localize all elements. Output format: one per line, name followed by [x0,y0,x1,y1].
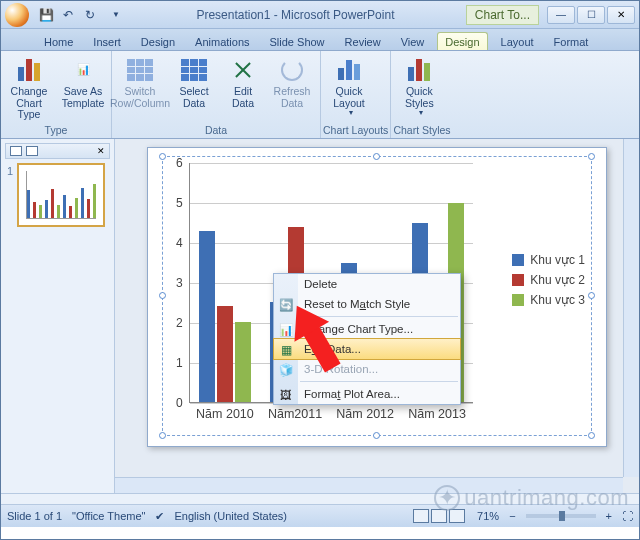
y-tick-label: 3 [176,276,183,290]
zoom-in-button[interactable]: + [606,510,612,522]
tab-chart-design[interactable]: Design [437,32,487,50]
spellcheck-icon[interactable]: ✔ [155,510,164,523]
selection-handle[interactable] [159,432,166,439]
template-icon: 📊 [67,56,99,84]
close-pane-icon[interactable]: ✕ [97,146,105,156]
ribbon-group-styles-label: Chart Styles [393,124,450,138]
tab-design[interactable]: Design [134,33,182,50]
slide-thumbnail-1[interactable]: 1 [17,163,105,227]
close-button[interactable]: ✕ [607,6,635,24]
refresh-icon [276,56,308,84]
undo-icon[interactable]: ↶ [59,6,77,24]
slides-tab-icon[interactable] [10,146,22,156]
selection-handle[interactable] [159,292,166,299]
chart-bar[interactable] [217,306,233,402]
legend-entry[interactable]: Khu vực 3 [512,293,585,307]
rotation-icon: 🧊 [278,362,294,378]
sorter-view-button[interactable] [431,509,447,523]
tab-review[interactable]: Review [338,33,388,50]
status-language[interactable]: English (United States) [174,510,287,522]
refresh-data-button[interactable]: Refresh Data [266,54,318,111]
selection-handle[interactable] [588,432,595,439]
save-as-template-button[interactable]: 📊 Save As Template [57,54,109,123]
thumbnail-chart-preview [26,171,96,219]
chevron-down-icon: ▾ [419,109,423,118]
tab-slideshow[interactable]: Slide Show [263,33,332,50]
change-chart-type-button[interactable]: Change Chart Type [3,54,55,123]
legend-entry[interactable]: Khu vực 1 [512,253,585,267]
legend-entry[interactable]: Khu vực 2 [512,273,585,287]
selection-handle[interactable] [373,153,380,160]
layout-gallery-icon [333,56,365,84]
contextual-tab-label: Chart To... [466,5,539,25]
zoom-percent[interactable]: 71% [477,510,499,522]
legend-swatch [512,254,524,266]
chart-legend[interactable]: Khu vực 1Khu vực 2Khu vực 3 [512,247,585,313]
tab-chart-layout[interactable]: Layout [494,33,541,50]
ctx-separator [300,381,458,382]
excel-icon: ▦ [278,342,294,358]
tab-home[interactable]: Home [37,33,80,50]
legend-swatch [512,274,524,286]
ctx-format-plot-area[interactable]: 🖼 Format Plot Area... [274,384,460,404]
tab-view[interactable]: View [394,33,432,50]
slide-number: 1 [7,165,13,177]
outline-tab-icon[interactable] [26,146,38,156]
ribbon-content: Change Chart Type 📊 Save As Template Typ… [1,51,639,139]
y-tick-label: 2 [176,316,183,330]
y-tick-label: 5 [176,196,183,210]
excel-icon [227,56,259,84]
ctx-delete[interactable]: Delete [274,274,460,294]
ctx-edit-data[interactable]: ▦ Edit Data... [273,338,461,360]
gear-icon: ✦ [434,485,460,511]
switch-row-column-button[interactable]: Switch Row/Column [114,54,166,111]
maximize-button[interactable]: ☐ [577,6,605,24]
ctx-format-plot-label: Format Plot Area... [304,388,400,400]
window-title: Presentation1 - Microsoft PowerPoint [125,8,466,22]
legend-swatch [512,294,524,306]
quick-layout-button[interactable]: Quick Layout▾ [323,54,375,120]
ribbon-group-data-label: Data [114,124,318,138]
zoom-out-button[interactable]: − [509,510,515,522]
selection-handle[interactable] [159,153,166,160]
title-bar: 💾 ↶ ↻ ▼ Presentation1 - Microsoft PowerP… [1,1,639,29]
qat-dropdown-icon[interactable]: ▼ [107,6,125,24]
select-data-icon [178,56,210,84]
zoom-slider[interactable] [526,514,596,518]
quick-styles-button[interactable]: Quick Styles▾ [393,54,445,120]
tab-chart-format[interactable]: Format [547,33,596,50]
selection-handle[interactable] [588,292,595,299]
normal-view-button[interactable] [413,509,429,523]
minimize-button[interactable]: — [547,6,575,24]
status-slide-indicator: Slide 1 of 1 [7,510,62,522]
thumbnails-header[interactable]: ✕ [5,143,110,159]
y-tick-label: 6 [176,156,183,170]
x-tick-label: Năm 2012 [336,407,394,421]
watermark: ✦ uantrimang.com [434,485,629,511]
tab-insert[interactable]: Insert [86,33,128,50]
tab-animations[interactable]: Animations [188,33,256,50]
selection-handle[interactable] [588,153,595,160]
ctx-3d-rotation: 🧊 3-D Rotation... [274,359,460,379]
selection-handle[interactable] [373,432,380,439]
slideshow-view-button[interactable] [449,509,465,523]
x-tick-label: Năm 2010 [196,407,254,421]
ribbon-group-type-label: Type [3,124,109,138]
vertical-scrollbar[interactable] [623,139,639,477]
y-tick-label: 1 [176,356,183,370]
select-data-button[interactable]: Select Data [168,54,220,111]
chart-bar[interactable] [199,231,215,402]
quick-access-toolbar: 💾 ↶ ↻ ▼ [37,6,125,24]
redo-icon[interactable]: ↻ [81,6,99,24]
y-tick-label: 0 [176,396,183,410]
chart-bar[interactable] [235,322,251,402]
status-theme: "Office Theme" [72,510,145,522]
slide-thumbnails-pane[interactable]: ✕ 1 [1,139,115,493]
office-button[interactable] [5,3,29,27]
edit-data-button[interactable]: Edit Data [222,54,264,111]
x-tick-label: Năm2011 [268,407,322,421]
ribbon-group-layouts-label: Chart Layouts [323,124,388,138]
fit-to-window-button[interactable]: ⛶ [622,510,633,522]
save-icon[interactable]: 💾 [37,6,55,24]
switch-icon [124,56,156,84]
